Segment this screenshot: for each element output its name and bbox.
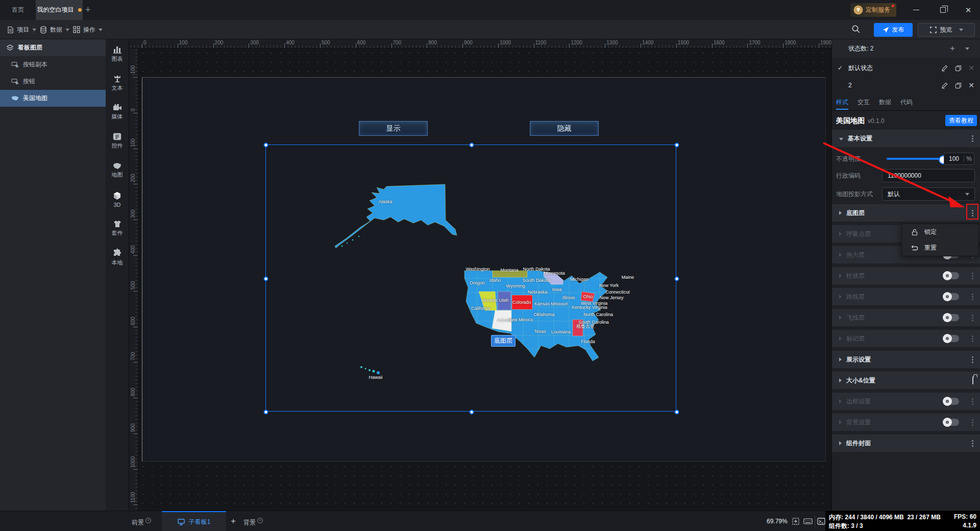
add-subpanel-button[interactable]: + bbox=[231, 516, 236, 526]
layer-item-2[interactable]: 美国地图 bbox=[0, 90, 106, 107]
selection-handle-6[interactable] bbox=[469, 410, 474, 415]
kebab-icon[interactable] bbox=[972, 275, 973, 277]
fit-screen-icon[interactable] bbox=[790, 516, 801, 527]
close-button[interactable]: ✕ bbox=[957, 0, 980, 20]
new-project-tab-button[interactable]: + bbox=[85, 0, 91, 20]
edit-icon[interactable] bbox=[941, 82, 948, 89]
close-icon[interactable]: ✕ bbox=[968, 64, 974, 72]
section-路线层[interactable]: 路线层 bbox=[832, 288, 980, 305]
menu-project[interactable]: 项目 bbox=[7, 20, 36, 39]
kebab-icon[interactable] bbox=[972, 317, 973, 319]
usmap-component[interactable]: WashingtonMontanaNorth DakotaMinnesotaMi… bbox=[265, 144, 676, 412]
toggle-off-icon[interactable] bbox=[943, 398, 959, 405]
close-icon[interactable]: ✕ bbox=[968, 81, 974, 89]
lock-icon[interactable] bbox=[972, 377, 973, 384]
collapse-states-icon[interactable] bbox=[965, 47, 969, 50]
layer-panel-header[interactable]: 看板图层 bbox=[0, 39, 106, 56]
selection-handle-1[interactable] bbox=[469, 143, 474, 148]
kebab-icon[interactable] bbox=[972, 443, 973, 444]
dock-item-media[interactable]: 媒体 bbox=[106, 98, 129, 127]
show-button-component[interactable]: 显示 bbox=[359, 121, 428, 136]
section-展示设置[interactable]: 展示设置 bbox=[832, 351, 980, 368]
section-背景设置[interactable]: 背景设置 bbox=[832, 414, 980, 431]
canvas[interactable]: 0100200300400500600700800900100011001200… bbox=[129, 39, 831, 511]
state-label-north-carolina: North Carolina bbox=[583, 312, 613, 317]
add-background-icon[interactable]: + bbox=[257, 518, 263, 523]
section-飞线层[interactable]: 飞线层 bbox=[832, 309, 980, 326]
state-row-0[interactable]: ✓默认状态✕ bbox=[832, 59, 980, 77]
panel-tab-1[interactable]: 交互 bbox=[857, 94, 870, 110]
kebab-icon[interactable] bbox=[972, 138, 973, 139]
section-标记层[interactable]: 标记层 bbox=[832, 330, 980, 347]
state-label-maine: Maine bbox=[622, 275, 634, 280]
selection-handle-7[interactable] bbox=[675, 410, 679, 415]
selection-handle-5[interactable] bbox=[264, 410, 268, 415]
section-label: 展示设置 bbox=[846, 355, 871, 364]
add-state-button[interactable]: + bbox=[950, 43, 955, 54]
project-tab-0[interactable]: 首页 bbox=[0, 0, 36, 20]
edit-icon[interactable] bbox=[941, 65, 948, 71]
preview-button[interactable]: 预览 bbox=[918, 23, 975, 37]
toggle-off-icon[interactable] bbox=[943, 272, 959, 279]
kebab-icon[interactable] bbox=[972, 422, 973, 423]
panel-tab-3[interactable]: 代码 bbox=[900, 94, 913, 110]
toggle-off-icon[interactable] bbox=[943, 419, 959, 426]
opacity-value-box[interactable]: 100 % bbox=[944, 153, 974, 165]
section-边框设置[interactable]: 边框设置 bbox=[832, 393, 980, 410]
dock-item-cube[interactable]: 3D bbox=[106, 185, 129, 214]
section-大小&位置[interactable]: 大小&位置 bbox=[832, 372, 980, 389]
section-柱状层[interactable]: 柱状层 bbox=[832, 267, 980, 284]
panel-tab-0[interactable]: 样式 bbox=[836, 94, 848, 110]
custom-service-badge[interactable]: 定制服务 bbox=[850, 3, 896, 17]
selection-handle-4[interactable] bbox=[675, 276, 679, 281]
zoom-level[interactable]: 69.79% bbox=[767, 518, 788, 525]
kebab-icon[interactable] bbox=[972, 401, 973, 402]
copy-icon[interactable] bbox=[955, 65, 962, 71]
project-tab-1[interactable]: 我的空白项目 bbox=[36, 0, 83, 20]
keyboard-icon[interactable] bbox=[802, 516, 814, 527]
admin-code-input[interactable]: 1100000000 bbox=[882, 169, 975, 182]
dock-item-chart[interactable]: 图表 bbox=[106, 39, 129, 68]
toggle-off-icon[interactable] bbox=[943, 314, 959, 321]
kebab-icon[interactable] bbox=[972, 296, 973, 298]
opacity-slider[interactable] bbox=[887, 158, 944, 160]
foreground-tab[interactable]: 前景 + bbox=[132, 518, 151, 527]
layer-item-1[interactable]: 按钮 bbox=[0, 73, 106, 90]
search-icon[interactable] bbox=[851, 25, 861, 34]
dock-item-local[interactable]: 本地 bbox=[106, 243, 129, 272]
context-menu-reset[interactable]: 重置 bbox=[902, 240, 978, 256]
layer-item-0[interactable]: 按钮副本 bbox=[0, 56, 106, 73]
dock-item-widget[interactable]: 控件 bbox=[106, 127, 129, 156]
selection-handle-0[interactable] bbox=[264, 143, 268, 148]
state-row-1[interactable]: 2✕ bbox=[832, 77, 980, 94]
kebab-icon[interactable] bbox=[972, 359, 973, 360]
context-menu-lock[interactable]: 锁定 bbox=[902, 224, 978, 240]
publish-button[interactable]: 发布 bbox=[874, 23, 913, 37]
toggle-off-icon[interactable] bbox=[943, 335, 959, 342]
section-底图层[interactable]: 底图层 bbox=[832, 204, 980, 222]
minimize-button[interactable] bbox=[904, 0, 928, 20]
caret-right-icon bbox=[839, 378, 842, 382]
menu-action[interactable]: 操作 bbox=[73, 20, 103, 39]
selection-handle-3[interactable] bbox=[264, 276, 268, 281]
selection-handle-2[interactable] bbox=[675, 143, 679, 148]
copy-icon[interactable] bbox=[955, 82, 962, 89]
restore-button[interactable] bbox=[931, 0, 954, 20]
toggle-off-icon[interactable] bbox=[943, 293, 959, 300]
dock-item-text[interactable]: 文本 bbox=[106, 68, 129, 98]
projection-select[interactable]: 默认 bbox=[882, 187, 975, 201]
section-basic-settings[interactable]: 基本设置 bbox=[832, 130, 980, 147]
kebab-icon[interactable] bbox=[972, 338, 973, 340]
add-foreground-icon[interactable]: + bbox=[145, 518, 151, 523]
subpanel-tab[interactable]: 子看板1 bbox=[162, 511, 226, 531]
base-layer-badge[interactable]: 底图层 bbox=[491, 335, 516, 347]
kebab-icon[interactable] bbox=[972, 212, 973, 214]
section-组件封面[interactable]: 组件封面 bbox=[832, 435, 980, 452]
background-tab[interactable]: 背景 + bbox=[243, 518, 263, 527]
tutorial-button[interactable]: 查看教程 bbox=[945, 115, 977, 126]
panel-tab-2[interactable]: 数据 bbox=[879, 94, 891, 110]
dock-item-map[interactable]: 地图 bbox=[106, 156, 129, 185]
dock-item-kit[interactable]: 套件 bbox=[106, 214, 129, 243]
menu-data[interactable]: 数据 bbox=[40, 20, 69, 39]
hide-button-component[interactable]: 隐藏 bbox=[530, 121, 599, 136]
